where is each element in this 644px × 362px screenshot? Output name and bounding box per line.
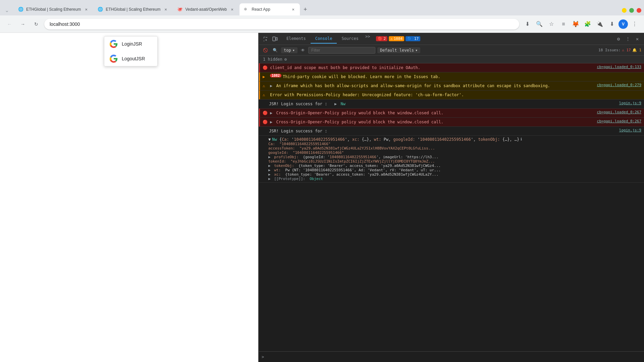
- device-toolbar-icon[interactable]: [271, 35, 279, 43]
- console-msg-jsr-login-1: JSR! Login success for : ▶ Nw login.js:9: [259, 100, 644, 109]
- console-messages: 🔴 client_id and scope must both be provi…: [259, 63, 644, 351]
- msg-content-cors-1: ▶ Cross-Origin-Opener-Policy policy woul…: [270, 110, 594, 116]
- close-devtools-icon[interactable]: ✕: [633, 35, 641, 43]
- tab-close-2[interactable]: ✕: [163, 7, 168, 12]
- expand-wt[interactable]: ▶: [268, 168, 271, 172]
- console-input[interactable]: [267, 355, 641, 359]
- issues-warning-count[interactable]: 🔔 1: [632, 48, 641, 52]
- error-badge[interactable]: 🔴 2: [376, 36, 387, 41]
- forward-button[interactable]: →: [17, 19, 28, 29]
- issues-error-count[interactable]: ⚠ 17: [622, 48, 631, 52]
- hidden-count: 1 hidden: [263, 57, 282, 62]
- menu-icon[interactable]: ≡: [558, 19, 569, 29]
- console-msg-iframe: ⚠ ▶ An iframe which has both allow-scrip…: [259, 81, 644, 90]
- browser-window: ⌄ 🌐 ETHGlobal | Scaling Ethereum ✕ 🌐 ETH…: [0, 0, 644, 362]
- page-area: LoginJSR LogoutJSR: [0, 33, 258, 362]
- warning-badge[interactable]: ⚠ 1084: [389, 36, 404, 41]
- expand-cors-1[interactable]: ▶: [270, 111, 272, 115]
- tab-close-1[interactable]: ✕: [84, 7, 89, 12]
- console-prompt: >: [262, 355, 264, 359]
- expand-prototype[interactable]: ▶: [268, 177, 271, 181]
- tab-github[interactable]: 🐙 Vedant-asati/OpenWeb ✕: [173, 3, 239, 15]
- logout-jsr-item[interactable]: LogoutJSR: [104, 51, 157, 66]
- google-logo-login: [110, 40, 118, 48]
- tab-elements[interactable]: Elements: [282, 34, 311, 44]
- address-input[interactable]: [44, 19, 519, 29]
- obj-info-icon: ℹ: [521, 137, 522, 141]
- console-input-bar: >: [259, 351, 644, 362]
- tab-sources[interactable]: Sources: [337, 34, 363, 44]
- info-badge[interactable]: 🔵 17: [406, 36, 420, 41]
- error-icon-cors-1: 🔴: [263, 111, 268, 115]
- window-controls: [622, 8, 641, 13]
- context-selector[interactable]: top ▾: [281, 47, 298, 53]
- inspect-element-icon[interactable]: [262, 35, 270, 43]
- extension-icon-3[interactable]: 🔌: [594, 19, 605, 29]
- reload-button[interactable]: ↻: [31, 19, 42, 29]
- warning-icon: ⚠: [390, 37, 393, 41]
- msg-content-cookie: Third-party cookie will be blocked. Lear…: [283, 74, 641, 80]
- settings-icon[interactable]: ⚙: [614, 35, 623, 43]
- msg-content-cors-2: ▶ Cross-Origin-Opener-Policy policy woul…: [270, 119, 594, 125]
- console-msg-jsr-login-2: JSR! Login success for : login.js:9: [259, 127, 644, 136]
- login-jsr-item[interactable]: LoginJSR: [104, 37, 157, 51]
- logout-jsr-label: LogoutJSR: [122, 56, 145, 61]
- console-msg-cors-1: 🔴 ▶ Cross-Origin-Opener-Policy policy wo…: [259, 109, 644, 118]
- error-badges: 🔴 2 ⚠ 1084 🔵 17: [376, 36, 420, 41]
- expand-icon-cookie[interactable]: ▶: [263, 74, 268, 79]
- cookie-count-badge: 1082: [270, 74, 281, 77]
- clear-console-icon[interactable]: 🚫: [262, 47, 269, 53]
- msg-source-1[interactable]: cb=gapi.loaded_0:133: [594, 65, 641, 69]
- msg-source-iframe[interactable]: cb=gapi.loaded_0:279: [594, 83, 641, 87]
- bookmark-icon[interactable]: ☆: [546, 19, 557, 29]
- tab-close-4[interactable]: ✕: [290, 7, 296, 12]
- tab-console[interactable]: Console: [311, 34, 337, 44]
- tab-list-button[interactable]: ⌄: [3, 6, 11, 14]
- msg-source-jsr-2[interactable]: login.js:9: [616, 128, 641, 132]
- obj-prop-prototype: ▶ [[Prototype]]: Object: [268, 177, 441, 181]
- expand-nw-1[interactable]: ▶: [334, 102, 337, 106]
- downloads-icon[interactable]: ⬇: [522, 19, 533, 29]
- tab-ethglobal-2[interactable]: 🌐 ETHGlobal | Scaling Ethereum ✕: [94, 3, 172, 15]
- filter-icon[interactable]: 🔍: [271, 47, 279, 53]
- console-filter-input[interactable]: [308, 47, 375, 54]
- tab-ethglobal-1[interactable]: 🌐 ETHGlobal | Scaling Ethereum ✕: [14, 3, 93, 15]
- tab-close-3[interactable]: ✕: [229, 7, 235, 12]
- chrome-menu[interactable]: ⋮: [629, 19, 640, 29]
- extension-icon-2[interactable]: 🧩: [582, 19, 593, 29]
- close-button[interactable]: [637, 8, 641, 13]
- more-tabs-button[interactable]: >>: [363, 34, 372, 44]
- profile-avatar[interactable]: V: [619, 19, 628, 29]
- msg-source-cors-2[interactable]: cb=gapi.loaded_0:267: [594, 119, 641, 123]
- expand-cors-2[interactable]: ▶: [270, 120, 272, 124]
- google-logo-logout: [110, 55, 118, 63]
- expand-tokenobj[interactable]: ▶: [268, 164, 271, 168]
- expand-obj-root[interactable]: ▼: [268, 137, 271, 142]
- tab-react-app[interactable]: ⚛ React App ✕: [239, 3, 300, 15]
- devtools-more-icon[interactable]: ⋮: [624, 35, 632, 43]
- tab-favicon-2: 🌐: [98, 7, 103, 12]
- log-level-label: Default levels: [380, 48, 414, 53]
- obj-prop-xc: ▶ xc: {token_type: 'Bearer', access_toke…: [268, 172, 441, 177]
- obj-class-name: Nw: [272, 137, 277, 142]
- toolbar-icons: ⬇ 🔍 ☆ ≡ 🦊 🧩 🔌 ⬇ V ⋮: [522, 19, 640, 29]
- zoom-icon[interactable]: 🔍: [534, 19, 545, 29]
- msg-source-jsr-1[interactable]: login.js:9: [616, 101, 641, 105]
- msg-content-iframe: ▶ An iframe which has both allow-scripts…: [270, 83, 594, 89]
- msg-content-oauth: client_id and scope must both be provide…: [270, 65, 594, 71]
- new-tab-button[interactable]: +: [301, 5, 310, 14]
- eye-icon[interactable]: 👁: [300, 47, 306, 53]
- expand-iframe[interactable]: ▶: [270, 83, 272, 88]
- minimize-button[interactable]: [622, 8, 627, 13]
- maximize-button[interactable]: [629, 8, 634, 13]
- expand-xc[interactable]: ▶: [268, 172, 271, 177]
- log-level-selector[interactable]: Default levels ▾: [377, 47, 420, 53]
- hidden-settings-icon[interactable]: ⚙: [284, 57, 287, 62]
- obj-prop-googleid: googleId: "104080116402255951466": [268, 150, 441, 155]
- back-button[interactable]: ←: [4, 19, 15, 29]
- download-icon-2[interactable]: ⬇: [606, 19, 617, 29]
- msg-source-cors-1[interactable]: cb=gapi.loaded_0:267: [594, 110, 641, 114]
- log-level-arrow: ▾: [415, 48, 418, 53]
- metamask-icon[interactable]: 🦊: [570, 19, 581, 29]
- expand-profileobj[interactable]: ▶: [268, 155, 271, 159]
